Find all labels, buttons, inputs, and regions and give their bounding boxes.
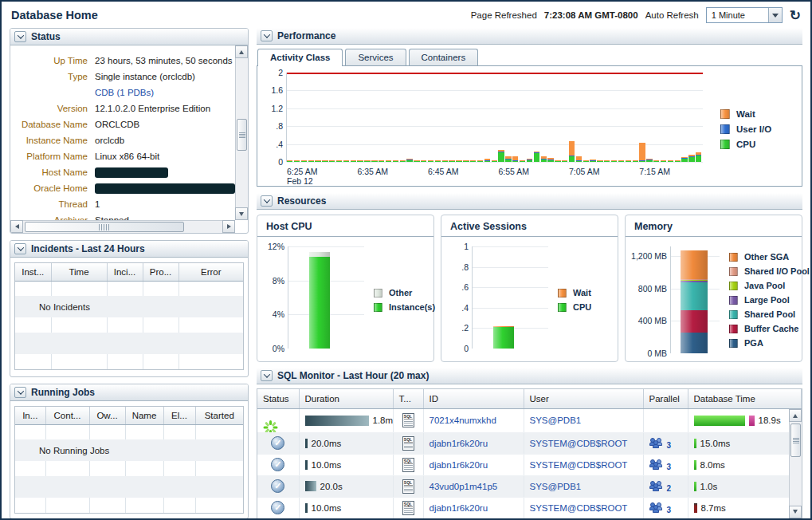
status-value: 1 [95,199,100,209]
scroll-down-button[interactable] [789,506,802,518]
completed-status-icon: ✓ [271,501,284,514]
duration-bar [305,481,316,491]
column-header[interactable]: Pro... [143,263,178,281]
bar-segment-shared-i-o-pool [681,279,708,280]
y-tick-label: 800 MB [638,284,667,293]
bar-segment-instance-s- [309,257,330,349]
activity-chart: 21.61.2.8.40 6:25 AMFeb 126:35 AM6:45 AM… [257,65,802,187]
active-sessions-y-axis: 1.8.6.4.20 [441,246,472,349]
status-vertical-scrollbar[interactable] [235,45,248,220]
refresh-icon[interactable]: ↻ [790,9,801,22]
completed-status-icon: ✓ [271,436,284,450]
active-sessions-title: Active Sessions [441,215,618,237]
activity-bar [287,160,292,161]
legend-swatch [729,296,738,305]
collapse-button[interactable] [14,31,26,42]
sql-id-link[interactable]: 43vud0p1m41p5 [430,482,498,491]
activity-bar [569,156,575,162]
activity-y-axis: 21.61.2.8.40 [259,73,286,162]
sql-user: SYSTEM@CDB$ROOT [530,503,628,513]
sql-id-link[interactable]: 7021x4numxkhd [430,416,496,425]
activity-bar [562,161,567,162]
column-header[interactable]: Inci... [107,263,143,281]
scroll-right-button[interactable] [222,220,235,233]
column-header[interactable]: In... [15,407,45,424]
sql-user: SYSTEM@CDB$ROOT [530,439,628,448]
collapse-button[interactable] [261,195,273,207]
sql-user: SYS@PDB1 [530,416,582,425]
status-horizontal-scrollbar[interactable] [10,220,235,233]
activity-bar [484,159,490,160]
sql-user: SYSTEM@CDB$ROOT [530,460,628,470]
legend-swatch [374,303,382,312]
column-header[interactable]: Started [195,407,243,424]
activity-bar [492,160,497,161]
status-value: 23 hours, 53 minutes, 50 seconds [95,56,233,65]
db-time-bar [694,460,696,470]
activity-bar [520,160,525,161]
activity-bar [477,160,483,161]
scroll-left-button[interactable] [10,220,23,233]
activity-bar [414,160,419,161]
activity-bar [547,160,553,162]
table-row: ✓ 10.0ms SQL djabn1r6k20ru SYSTEM@CDB$RO… [257,497,802,518]
gridline [473,246,548,247]
scroll-thumb[interactable] [790,423,801,457]
activity-bar [498,152,504,162]
scroll-thumb[interactable] [25,222,184,232]
column-header[interactable]: Status [257,389,299,408]
y-tick-label: 0% [273,344,284,353]
scroll-up-button[interactable] [789,409,802,422]
column-header[interactable]: El... [163,407,195,424]
column-header[interactable]: Inst... [15,263,51,281]
collapse-button[interactable] [261,30,273,41]
sql-id-link[interactable]: djabn1r6k20ru [430,460,488,470]
y-tick-label: .6 [461,282,469,292]
sql-monitor-vertical-scrollbar[interactable] [789,409,802,518]
bar-segment-java-pool [681,280,708,281]
sql-id-link[interactable]: djabn1r6k20ru [430,503,488,513]
y-tick-label: 1,200 MB [631,251,667,261]
parallel-icon [649,481,663,491]
column-header[interactable]: Parallel [643,389,688,408]
activity-bar [562,160,567,161]
table-row: ✓ 10.0ms SQL djabn1r6k20ru SYSTEM@CDB$RO… [257,454,802,475]
legend-item: Large Pool [729,295,810,305]
column-header[interactable]: Error [178,263,243,281]
activity-bar [406,160,412,160]
activity-bar [675,160,681,161]
dropdown-arrow-button[interactable] [768,8,782,22]
y-tick-label: 8% [273,276,284,286]
sql-id-link[interactable]: djabn1r6k20ru [430,439,488,448]
column-header[interactable]: Time [51,263,107,281]
collapse-button[interactable] [14,387,26,398]
column-header[interactable]: Database Time [688,389,802,408]
tab-containers[interactable]: Containers [409,49,479,65]
chevron-down-icon [263,371,269,377]
column-header[interactable]: T... [393,389,423,408]
collapse-button[interactable] [14,243,26,254]
status-title: Status [31,31,61,42]
status-value: Linux x86 64-bit [95,152,159,161]
activity-bar [301,160,307,161]
running-jobs-table: In... Cont... Ow... Name El... Started N… [14,406,244,514]
column-header[interactable]: User [524,389,643,408]
chevron-down-icon [263,31,269,37]
column-header[interactable]: Name [125,407,163,424]
host-cpu-panel: Host CPU 12%8%4%0% OtherInstance(s) [257,215,434,362]
column-header[interactable]: Cont... [45,407,89,424]
column-header[interactable]: Duration [299,389,393,408]
tab-activity-class[interactable]: Activity Class [257,49,343,66]
cdb-pdbs-link[interactable]: CDB (1 PDBs) [95,88,154,97]
column-header[interactable]: Ow... [89,407,125,424]
scroll-down-button[interactable] [235,207,248,220]
scroll-up-button[interactable] [235,45,248,58]
column-header[interactable]: ID [423,389,524,408]
activity-bar [505,159,511,162]
collapse-button[interactable] [261,370,273,381]
sql-monitor-rows: 1.8m SQL 7021x4numxkhd SYS@PDB1 18.9s ✓ … [257,408,802,518]
tab-services[interactable]: Services [345,49,406,65]
scroll-thumb[interactable] [237,119,247,151]
auto-refresh-select[interactable]: 1 Minute [706,7,783,23]
activity-bar [675,160,681,161]
